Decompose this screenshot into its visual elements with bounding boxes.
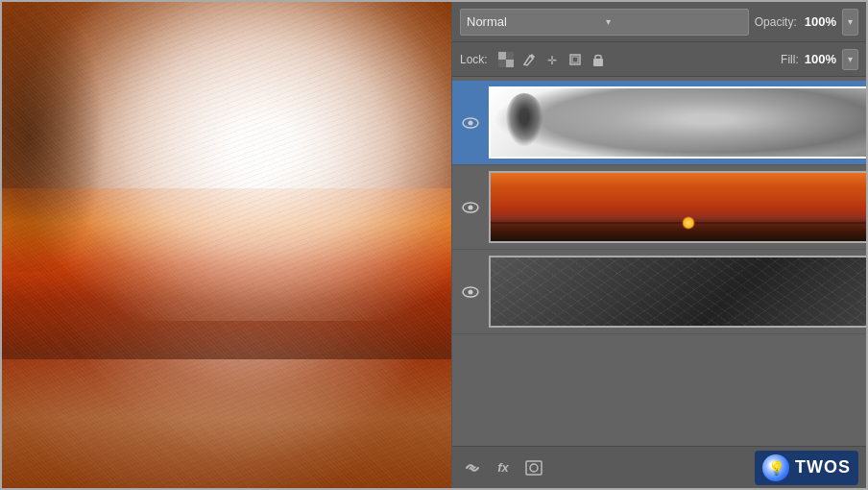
twos-badge: 💡 TWOS [755,451,858,485]
svg-rect-2 [498,60,506,67]
layer-thumbnail-portrait [489,86,866,159]
opacity-value[interactable]: 100% [805,14,836,29]
layer-visibility-portrait[interactable] [460,117,481,129]
layer-item-sunset[interactable]: sunset.jpg [452,165,866,250]
fill-value[interactable]: 100% [805,52,836,66]
lock-transparent-button[interactable] [495,49,517,70]
photo-texture-layer [2,2,451,490]
layers-bottom-bar: fx 💡 TWOS [452,446,866,488]
blend-mode-select[interactable]: Normal ▾ [460,9,749,36]
layer-item-portrait[interactable]: portrait.jpg [452,81,866,165]
add-layer-style-button[interactable]: fx [491,455,516,480]
svg-rect-7 [593,59,603,66]
lock-image-pixels-button[interactable] [518,49,540,70]
opacity-chevron[interactable]: ▾ [842,9,858,36]
twos-logo-icon: 💡 [762,454,789,481]
twos-text: TWOS [795,457,851,478]
layer-thumbnail-texture [489,256,866,328]
layers-panel: Normal ▾ Opacity: 100% ▾ Lock: [451,2,866,488]
svg-rect-3 [506,60,514,67]
photo-panel [2,2,451,490]
svg-rect-0 [498,52,506,60]
fill-label: Fill: [781,53,799,66]
svg-point-15 [530,464,538,472]
fx-label: fx [497,460,509,475]
svg-point-11 [469,205,473,209]
layer-visibility-texture[interactable] [460,286,481,298]
svg-rect-14 [526,461,542,475]
lock-label: Lock: [460,53,488,66]
blend-opacity-bar: Normal ▾ Opacity: 100% ▾ [452,2,866,42]
lock-artboard-button[interactable] [565,49,586,70]
layer-item-texture[interactable]: texture.jpg [452,250,866,334]
lock-icons-group: ✛ [495,49,609,70]
layer-visibility-sunset[interactable] [460,202,481,213]
svg-text:✛: ✛ [547,54,557,66]
layers-list: portrait.jpg sunset.jpg texture.jp [452,77,866,446]
blend-mode-chevron: ▾ [606,16,741,27]
lock-bar: Lock: ✛ [452,42,866,77]
svg-point-13 [469,289,473,294]
layer-thumbnail-sunset [489,171,866,243]
blend-mode-value: Normal [467,14,602,29]
svg-rect-6 [572,57,578,62]
svg-rect-1 [506,52,514,60]
link-layers-button[interactable] [460,455,485,480]
opacity-label: Opacity: [755,15,797,29]
add-layer-mask-button[interactable] [521,455,546,480]
lock-all-button[interactable] [588,49,609,70]
fill-chevron[interactable]: ▾ [842,49,858,70]
svg-point-9 [469,120,473,125]
lock-position-button[interactable]: ✛ [542,49,563,70]
